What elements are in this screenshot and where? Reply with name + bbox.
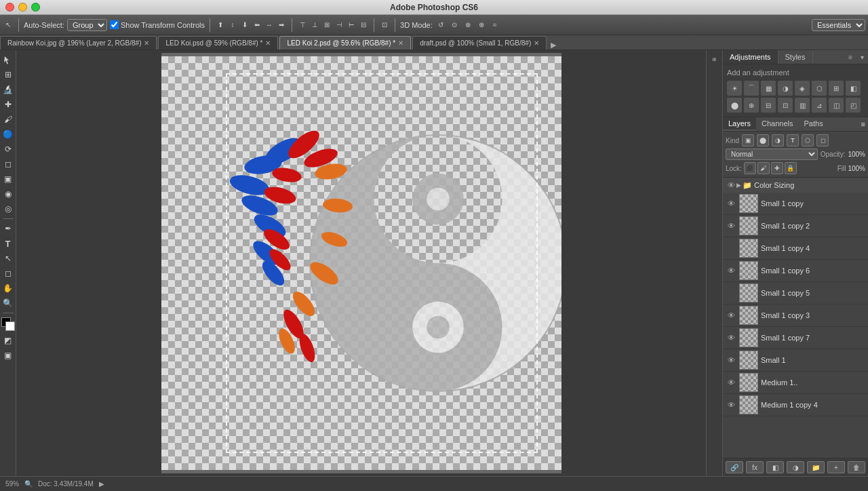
- move-tool-icon[interactable]: ↖: [3, 20, 14, 31]
- show-transform-label[interactable]: Show Transform Controls: [110, 20, 205, 29]
- filter-shape-icon[interactable]: ⬡: [802, 134, 814, 146]
- layer-visibility-2[interactable]: 👁: [726, 243, 736, 254]
- layer-mask-btn[interactable]: ◧: [766, 461, 784, 473]
- color-lookup-adj[interactable]: ⊟: [761, 98, 776, 113]
- layer-item-3[interactable]: 👁 Small 1 copy 6: [723, 260, 868, 282]
- gradient-tool[interactable]: ▣: [1, 172, 15, 186]
- dist-bottom-icon[interactable]: ⊞: [321, 20, 332, 31]
- layer-visibility-4[interactable]: 👁: [726, 288, 736, 298]
- align-left-icon[interactable]: ⬅: [252, 20, 262, 31]
- dist-vcenter-icon[interactable]: ⊥: [309, 20, 320, 31]
- layer-item-8[interactable]: 👁 Medium 1..: [723, 372, 868, 394]
- curves-adj[interactable]: ⌒: [744, 81, 759, 96]
- dist-hcenter-icon[interactable]: ⊢: [346, 20, 357, 31]
- tab-rainbow-koi[interactable]: Rainbow Koi.jpg @ 196% (Layer 2, RGB/8#)…: [0, 36, 157, 50]
- tab-close-0[interactable]: ✕: [144, 39, 149, 47]
- brightness-adj[interactable]: ☀: [727, 81, 742, 96]
- transform-icon[interactable]: ⊡: [379, 20, 390, 31]
- foreground-color[interactable]: [1, 317, 15, 331]
- vibrance-adj[interactable]: ◈: [795, 81, 810, 96]
- selective-color-adj[interactable]: ◰: [846, 98, 861, 113]
- threshold-adj[interactable]: ⊿: [812, 98, 827, 113]
- filter-sm-icon[interactable]: ◻: [816, 134, 829, 146]
- align-right-icon[interactable]: ➡: [276, 20, 287, 31]
- tab-adjustments[interactable]: Adjustments: [723, 50, 778, 64]
- minimize-button[interactable]: [18, 3, 27, 12]
- layer-item-7[interactable]: 👁 Small 1: [723, 349, 868, 372]
- layer-item-0[interactable]: 👁 Small 1 copy: [723, 193, 868, 215]
- window-controls[interactable]: [5, 3, 40, 12]
- tabs-scroll-arrow[interactable]: ▶: [548, 41, 559, 50]
- show-transform-checkbox[interactable]: [110, 20, 119, 29]
- collapse-panel-btn[interactable]: ≡: [708, 53, 722, 66]
- layer-visibility-1[interactable]: 👁: [726, 220, 736, 231]
- filter-adjust-icon[interactable]: ◑: [772, 134, 784, 146]
- tab-close-2[interactable]: ✕: [398, 39, 403, 47]
- dist-left-icon[interactable]: ⊣: [334, 20, 344, 31]
- layer-group-btn[interactable]: 📁: [807, 461, 825, 473]
- lock-position-icon[interactable]: ✚: [771, 162, 783, 174]
- layers-list[interactable]: 👁 Small 1 copy 👁 Small 1 copy 2 👁 Small …: [723, 193, 868, 458]
- layer-visibility-8[interactable]: 👁: [726, 377, 736, 388]
- filter-type-icon[interactable]: T: [787, 134, 799, 146]
- layers-panel-menu-icon[interactable]: ≡: [861, 120, 865, 128]
- shape-tool[interactable]: ◻: [1, 267, 15, 280]
- zoom-tool[interactable]: 🔍: [1, 296, 15, 310]
- auto-select-dropdown[interactable]: Group Layer: [67, 19, 107, 31]
- tab-led-koi[interactable]: LED Koi.psd @ 59% (RGB/8#) * ✕: [158, 36, 278, 50]
- tab-draft[interactable]: draft.psd @ 100% (Small 1, RGB/8#) ✕: [412, 36, 547, 50]
- layer-adj-btn[interactable]: ◑: [787, 461, 804, 473]
- tab-close-1[interactable]: ✕: [265, 39, 271, 47]
- layer-item-9[interactable]: 👁 Medium 1 copy 4: [723, 394, 868, 416]
- lock-all-icon[interactable]: 🔒: [785, 162, 797, 174]
- path-selection-tool[interactable]: ↖: [1, 252, 15, 265]
- maximize-button[interactable]: [31, 3, 40, 12]
- close-button[interactable]: [5, 3, 14, 12]
- quick-mask-btn[interactable]: ◩: [1, 334, 15, 347]
- posterize-adj[interactable]: ▥: [795, 98, 810, 113]
- black-white-adj[interactable]: ◧: [846, 81, 861, 96]
- levels-adj[interactable]: ▦: [761, 81, 776, 96]
- 3d-orbit-icon[interactable]: ⊙: [449, 20, 460, 31]
- 3d-pan-icon[interactable]: ⊕: [462, 20, 473, 31]
- dist-right-icon[interactable]: ⊟: [358, 20, 369, 31]
- channel-mixer-adj[interactable]: ⊕: [744, 98, 759, 113]
- lock-paint-icon[interactable]: 🖌: [757, 162, 770, 174]
- layer-new-btn[interactable]: +: [827, 461, 845, 473]
- group-expand-icon[interactable]: ▶: [736, 182, 741, 189]
- layer-item-1[interactable]: 👁 Small 1 copy 2: [723, 215, 868, 237]
- layer-item-6[interactable]: 👁 Small 1 copy 7: [723, 327, 868, 349]
- panel-collapse-icon[interactable]: ▾: [856, 52, 868, 62]
- healing-tool[interactable]: ✚: [1, 98, 15, 111]
- photo-filter-adj[interactable]: ⬤: [727, 98, 742, 113]
- layer-item-4[interactable]: 👁 Small 1 copy 5: [723, 282, 868, 305]
- align-bottom-icon[interactable]: ⬇: [239, 20, 250, 31]
- dist-top-icon[interactable]: ⊤: [297, 20, 308, 31]
- exposure-adj[interactable]: ◑: [778, 81, 793, 96]
- selection-tool[interactable]: [1, 53, 15, 66]
- filter-kind-icon[interactable]: ▣: [742, 134, 754, 146]
- screen-mode-btn[interactable]: ▣: [1, 349, 15, 362]
- hue-sat-adj[interactable]: ⬡: [812, 81, 827, 96]
- crop-tool[interactable]: ⊞: [1, 68, 15, 81]
- align-vcenter-icon[interactable]: ↕: [227, 20, 238, 31]
- layer-link-btn[interactable]: 🔗: [726, 461, 743, 473]
- layer-item-5[interactable]: 👁 Small 1 copy 3: [723, 305, 868, 327]
- group-visibility-icon[interactable]: 👁: [726, 180, 736, 191]
- zoom-icon[interactable]: 🔍: [24, 480, 33, 488]
- hand-tool[interactable]: ✋: [1, 281, 15, 295]
- layer-visibility-9[interactable]: 👁: [726, 399, 736, 410]
- stamp-tool[interactable]: 🔵: [1, 127, 15, 141]
- align-top-icon[interactable]: ⬆: [215, 20, 226, 31]
- 3d-rotate-icon[interactable]: ↺: [435, 20, 446, 31]
- layer-fx-btn[interactable]: fx: [746, 461, 764, 473]
- tab-close-3[interactable]: ✕: [534, 39, 539, 47]
- history-tool[interactable]: ⟳: [1, 142, 15, 156]
- lock-transparency-icon[interactable]: ⬛: [744, 162, 756, 174]
- pen-tool[interactable]: ✒: [1, 222, 15, 235]
- layer-group-header[interactable]: 👁 ▶ 📁 Color Sizing: [723, 178, 868, 193]
- blend-mode-select[interactable]: Normal: [726, 149, 818, 160]
- essentials-dropdown[interactable]: Essentials: [812, 19, 865, 31]
- invert-adj[interactable]: ⊡: [778, 98, 793, 113]
- filter-pixel-icon[interactable]: ⬤: [757, 134, 769, 146]
